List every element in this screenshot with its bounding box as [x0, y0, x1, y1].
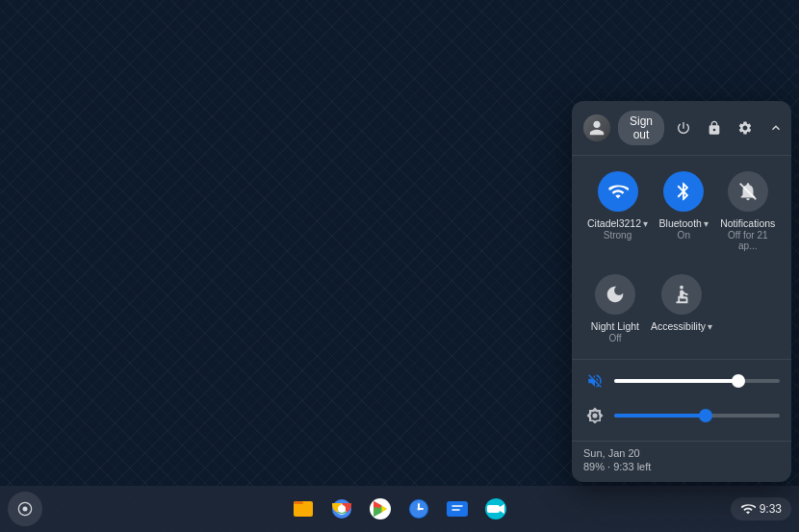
bluetooth-icon — [663, 171, 704, 212]
user-avatar[interactable] — [583, 114, 610, 141]
volume-mute-icon[interactable] — [583, 369, 606, 393]
night-light-toggle[interactable]: Night Light Off — [583, 266, 647, 351]
power-button[interactable] — [672, 116, 695, 139]
accessibility-label: Accessibility ▾ — [651, 320, 712, 332]
qs-top-icons — [672, 116, 787, 139]
qs-bottom-row: Sun, Jan 20 89% · 9:33 left — [572, 441, 791, 482]
duo-app-icon[interactable] — [478, 492, 513, 526]
wifi-icon — [598, 171, 638, 212]
wifi-label: Citadel3212 ▾ — [587, 217, 648, 229]
notifications-icon — [728, 171, 768, 212]
chrome-app-icon[interactable] — [324, 492, 359, 526]
brightness-slider-track[interactable] — [614, 414, 780, 418]
settings-button[interactable] — [734, 116, 757, 139]
night-light-icon — [595, 274, 635, 315]
wifi-toggle[interactable]: Citadel3212 ▾ Strong — [583, 164, 652, 259]
tray-wifi-icon — [740, 501, 756, 517]
svg-rect-17 — [447, 501, 468, 517]
svg-rect-6 — [294, 501, 303, 504]
accessibility-toggle[interactable]: Accessibility ▾ — [647, 266, 716, 351]
system-tray[interactable]: 9:33 — [731, 497, 791, 520]
brightness-slider-fill — [614, 414, 706, 418]
clock-app-icon[interactable] — [401, 492, 436, 526]
messages-app-icon[interactable] — [440, 492, 475, 526]
lock-button[interactable] — [703, 116, 726, 139]
qs-sliders — [572, 359, 791, 441]
svg-point-1 — [680, 286, 683, 290]
night-light-sublabel: Off — [608, 333, 621, 343]
play-store-app-icon[interactable] — [363, 492, 398, 526]
volume-slider-row — [583, 364, 780, 398]
qs-toggles-row1: Citadel3212 ▾ Strong Bluetooth ▾ On — [572, 156, 791, 266]
taskbar-center-apps — [286, 492, 513, 526]
tray-time: 9:33 — [760, 502, 782, 516]
bluetooth-toggle[interactable]: Bluetooth ▾ On — [652, 164, 715, 259]
brightness-slider-row — [583, 398, 780, 433]
accessibility-icon — [661, 274, 702, 315]
svg-point-4 — [23, 507, 28, 512]
bluetooth-label: Bluetooth ▾ — [659, 217, 709, 229]
volume-slider-track[interactable] — [614, 379, 780, 383]
brightness-slider-thumb[interactable] — [699, 409, 712, 422]
bluetooth-sublabel: On — [678, 230, 690, 241]
notifications-label: Notifications — [720, 217, 775, 229]
collapse-button[interactable] — [764, 116, 787, 139]
volume-slider-thumb[interactable] — [732, 374, 745, 388]
night-light-label: Night Light — [591, 320, 639, 332]
brightness-icon[interactable] — [583, 404, 606, 427]
launcher-button[interactable] — [8, 492, 42, 526]
qs-toggles-row2: Night Light Off Accessibility ▾ — [572, 266, 791, 359]
svg-point-10 — [338, 505, 346, 513]
notifications-toggle[interactable]: Notifications Off for 21 ap... — [716, 164, 780, 259]
notifications-sublabel: Off for 21 ap... — [720, 230, 776, 251]
taskbar: 9:33 — [0, 486, 799, 532]
quick-settings-panel: Sign out — [572, 101, 791, 482]
sign-out-button[interactable]: Sign out — [618, 111, 664, 145]
taskbar-right: 9:33 — [731, 497, 791, 520]
files-app-icon[interactable] — [286, 492, 321, 526]
svg-point-2 — [592, 413, 597, 418]
battery-display: 89% · 9:33 left — [583, 461, 780, 472]
qs-top-row: Sign out — [572, 101, 791, 156]
volume-slider-fill — [614, 379, 738, 383]
date-display: Sun, Jan 20 — [583, 447, 780, 459]
wifi-sublabel: Strong — [604, 230, 631, 241]
taskbar-left — [8, 492, 42, 526]
svg-point-16 — [418, 508, 421, 511]
